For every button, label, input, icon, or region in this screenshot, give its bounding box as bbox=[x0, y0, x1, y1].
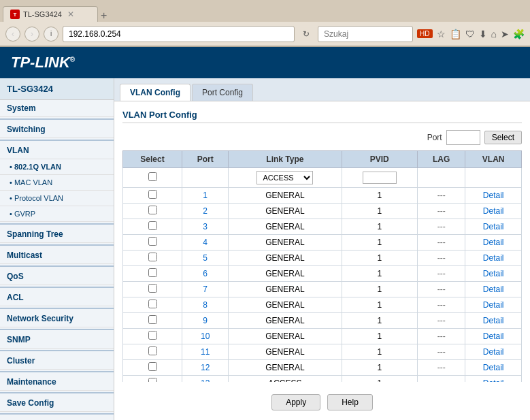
row-checkbox-11[interactable] bbox=[148, 362, 157, 371]
download-icon[interactable]: ⬇ bbox=[479, 29, 487, 39]
tab-vlan-config[interactable]: VLAN Config bbox=[120, 84, 191, 101]
sidebar-item-system[interactable]: System bbox=[0, 100, 114, 117]
sidebar-item-gvrp[interactable]: • GVRP bbox=[0, 206, 114, 222]
sidebar-item-vlan[interactable]: VLAN bbox=[0, 142, 114, 159]
row-lag-0: --- bbox=[417, 188, 465, 204]
table-scroll-container[interactable]: Select Port Link Type PVID LAG VLAN bbox=[122, 150, 522, 382]
apply-button[interactable]: Apply bbox=[271, 394, 320, 410]
filter-select-checkbox[interactable] bbox=[148, 172, 157, 181]
port-number-input[interactable] bbox=[446, 130, 480, 145]
row-select-cell bbox=[123, 344, 182, 360]
row-port-1[interactable]: 2 bbox=[182, 204, 229, 219]
star-icon[interactable]: ☆ bbox=[437, 29, 446, 39]
row-detail-2[interactable]: Detail bbox=[465, 219, 522, 235]
row-select-cell bbox=[123, 282, 182, 297]
row-detail-0[interactable]: Detail bbox=[465, 188, 522, 204]
sidebar-item-protocol-vlan[interactable]: • Protocol VLAN bbox=[0, 191, 114, 206]
row-checkbox-3[interactable] bbox=[148, 237, 157, 246]
row-port-7[interactable]: 8 bbox=[182, 297, 229, 313]
row-port-11[interactable]: 12 bbox=[182, 360, 229, 376]
content-area: TL-SG3424 System Switching VLAN • 802.1Q… bbox=[0, 78, 530, 420]
shield-icon[interactable]: 🛡 bbox=[465, 29, 475, 39]
sidebar-item-8021q[interactable]: • 802.1Q VLAN bbox=[0, 159, 114, 175]
new-tab-icon[interactable]: + bbox=[101, 10, 107, 22]
row-checkbox-4[interactable] bbox=[148, 253, 157, 261]
row-checkbox-7[interactable] bbox=[148, 300, 157, 308]
row-detail-1[interactable]: Detail bbox=[465, 204, 522, 219]
row-detail-10[interactable]: Detail bbox=[465, 344, 522, 360]
row-port-2[interactable]: 3 bbox=[182, 219, 229, 235]
row-checkbox-10[interactable] bbox=[148, 346, 157, 355]
sidebar-item-switching[interactable]: Switching bbox=[0, 121, 114, 138]
row-checkbox-0[interactable] bbox=[148, 190, 157, 199]
home-icon[interactable]: ⌂ bbox=[491, 29, 497, 39]
row-pvid-8: 1 bbox=[342, 313, 417, 329]
browser-tab-active[interactable]: T TL-SG3424 ✕ bbox=[3, 6, 98, 22]
url-input[interactable] bbox=[63, 26, 295, 42]
row-lag-8: --- bbox=[417, 313, 465, 329]
send-icon[interactable]: ➤ bbox=[501, 29, 509, 39]
row-detail-12[interactable]: Detail bbox=[465, 376, 522, 383]
back-button[interactable]: ‹ bbox=[5, 27, 20, 42]
pvid-filter-input[interactable] bbox=[363, 172, 397, 184]
table-row: 10 GENERAL 1 --- Detail bbox=[123, 329, 522, 344]
row-checkbox-9[interactable] bbox=[148, 331, 157, 340]
row-lag-2: --- bbox=[417, 219, 465, 235]
row-port-3[interactable]: 4 bbox=[182, 235, 229, 251]
row-detail-3[interactable]: Detail bbox=[465, 235, 522, 251]
row-checkbox-8[interactable] bbox=[148, 315, 157, 324]
row-port-12[interactable]: 13 bbox=[182, 376, 229, 383]
row-checkbox-2[interactable] bbox=[148, 221, 157, 230]
row-port-5[interactable]: 6 bbox=[182, 266, 229, 282]
sidebar-item-cluster[interactable]: Cluster bbox=[0, 353, 114, 370]
forward-button[interactable]: › bbox=[24, 27, 39, 42]
row-checkbox-1[interactable] bbox=[148, 206, 157, 214]
row-detail-9[interactable]: Detail bbox=[465, 329, 522, 344]
filter-vlan-cell bbox=[465, 168, 522, 188]
extension-icon[interactable]: 🧩 bbox=[513, 29, 525, 39]
row-detail-5[interactable]: Detail bbox=[465, 266, 522, 282]
sidebar-item-spanning-tree[interactable]: Spanning Tree bbox=[0, 226, 114, 243]
sidebar-item-snmp[interactable]: SNMP bbox=[0, 332, 114, 349]
sidebar-item-acl[interactable]: ACL bbox=[0, 289, 114, 306]
row-detail-11[interactable]: Detail bbox=[465, 360, 522, 376]
sidebar-item-multicast[interactable]: Multicast bbox=[0, 247, 114, 264]
row-port-10[interactable]: 11 bbox=[182, 344, 229, 360]
row-lag-4: --- bbox=[417, 251, 465, 266]
row-port-0[interactable]: 1 bbox=[182, 188, 229, 204]
col-link-type: Link Type bbox=[229, 151, 342, 168]
tab-close-icon[interactable]: ✕ bbox=[67, 10, 74, 19]
search-input[interactable] bbox=[318, 26, 413, 42]
row-detail-6[interactable]: Detail bbox=[465, 282, 522, 297]
sidebar-item-logout[interactable]: Logout bbox=[0, 416, 114, 420]
row-pvid-1: 1 bbox=[342, 204, 417, 219]
tab-port-config[interactable]: Port Config bbox=[192, 84, 253, 101]
row-checkbox-6[interactable] bbox=[148, 284, 157, 293]
row-checkbox-5[interactable] bbox=[148, 268, 157, 277]
sidebar-item-maintenance[interactable]: Maintenance bbox=[0, 374, 114, 391]
row-port-9[interactable]: 10 bbox=[182, 329, 229, 344]
select-button[interactable]: Select bbox=[484, 131, 522, 144]
sidebar-item-qos[interactable]: QoS bbox=[0, 268, 114, 285]
sidebar-item-network-security[interactable]: Network Security bbox=[0, 310, 114, 327]
app-header: TP-LINK® bbox=[0, 47, 530, 78]
row-link-type-2: GENERAL bbox=[229, 219, 342, 235]
sidebar-item-save-config[interactable]: Save Config bbox=[0, 395, 114, 412]
row-port-8[interactable]: 9 bbox=[182, 313, 229, 329]
bookmark-icon[interactable]: 📋 bbox=[450, 29, 461, 39]
row-select-cell bbox=[123, 235, 182, 251]
row-detail-4[interactable]: Detail bbox=[465, 251, 522, 266]
row-lag-6: --- bbox=[417, 282, 465, 297]
hd-icon[interactable]: HD bbox=[417, 29, 432, 38]
refresh-icon[interactable]: ↻ bbox=[299, 27, 314, 42]
row-detail-8[interactable]: Detail bbox=[465, 313, 522, 329]
row-checkbox-12[interactable] bbox=[148, 378, 157, 382]
help-button[interactable]: Help bbox=[327, 394, 373, 410]
row-port-6[interactable]: 7 bbox=[182, 282, 229, 297]
info-button[interactable]: i bbox=[44, 27, 59, 42]
link-type-dropdown[interactable]: ACCESS TRUNK GENERAL bbox=[256, 171, 313, 184]
row-port-4[interactable]: 5 bbox=[182, 251, 229, 266]
row-link-type-10: GENERAL bbox=[229, 344, 342, 360]
row-detail-7[interactable]: Detail bbox=[465, 297, 522, 313]
sidebar-item-mac-vlan[interactable]: • MAC VLAN bbox=[0, 175, 114, 191]
